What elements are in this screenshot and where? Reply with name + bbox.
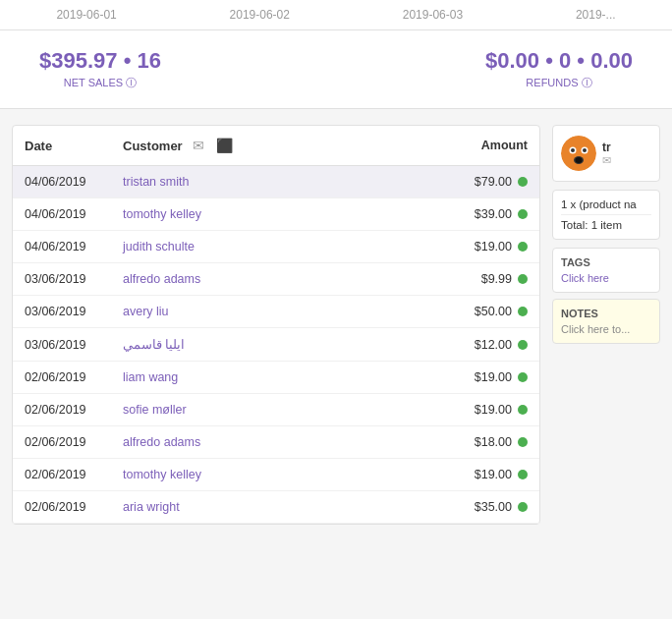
table-row[interactable]: 04/06/2019 tomothy kelley $39.00: [13, 198, 539, 231]
refunds-amount: $0.00 • 0 • 0.00: [485, 48, 633, 74]
row-customer-name: ايليا قاسمي: [123, 337, 433, 352]
date-label-4: 2019-...: [576, 8, 616, 22]
row-status-dot: [518, 242, 528, 252]
email-filter-icon[interactable]: ✉: [191, 136, 206, 155]
net-sales-amount: $395.97 • 16: [39, 48, 161, 74]
row-date: 04/06/2019: [25, 175, 123, 189]
row-date: 02/06/2019: [25, 403, 123, 417]
email-icon: ✉: [602, 154, 611, 167]
row-customer-name: alfredo adams: [123, 435, 433, 449]
summary-row: $395.97 • 16 NET SALES ⓘ $0.00 • 0 • 0.0…: [0, 30, 672, 109]
svg-point-0: [561, 136, 596, 171]
row-date: 03/06/2019: [25, 305, 123, 318]
row-status-dot: [518, 372, 528, 382]
date-label-2: 2019-06-02: [230, 8, 290, 22]
order-total: Total: 1 item: [561, 214, 651, 231]
table-row[interactable]: 04/06/2019 tristan smith $79.00: [13, 166, 539, 198]
row-amount: $19.00: [433, 370, 512, 384]
row-customer-name: tristan smith: [123, 175, 433, 189]
row-status-dot: [518, 209, 528, 219]
row-customer-name: sofie møller: [123, 403, 433, 417]
row-customer-name: alfredo adams: [123, 272, 433, 286]
col-header-customer: Customer ✉ ⬛: [123, 136, 370, 155]
notes-click[interactable]: Click here to...: [561, 323, 651, 335]
row-amount: $9.99: [433, 272, 512, 286]
order-info: 1 x (product na Total: 1 item: [552, 190, 660, 240]
col-header-date: Date: [25, 139, 123, 153]
row-status-dot: [518, 274, 528, 284]
table-row[interactable]: 03/06/2019 avery liu $50.00: [13, 296, 539, 328]
row-customer-name: tomothy kelley: [123, 207, 433, 221]
row-customer-name: aria wright: [123, 500, 433, 514]
row-date: 02/06/2019: [25, 435, 123, 449]
table-row[interactable]: 02/06/2019 tomothy kelley $19.00: [13, 459, 539, 491]
table-row[interactable]: 04/06/2019 judith schulte $19.00: [13, 231, 539, 263]
tags-title: TAGS: [561, 256, 651, 268]
table-row[interactable]: 03/06/2019 alfredo adams $9.99: [13, 263, 539, 296]
row-amount: $39.00: [433, 207, 512, 221]
tags-click[interactable]: Click here: [561, 272, 651, 284]
row-amount: $79.00: [433, 175, 512, 189]
customer-name: tr: [602, 141, 611, 154]
table-row[interactable]: 02/06/2019 aria wright $35.00: [13, 491, 539, 524]
row-status-dot: [518, 502, 528, 512]
net-sales-summary: $395.97 • 16 NET SALES ⓘ: [39, 48, 161, 90]
refunds-summary: $0.00 • 0 • 0.00 REFUNDS ⓘ: [485, 48, 633, 90]
table-header: Date Customer ✉ ⬛ Amount: [13, 126, 539, 166]
row-date: 02/06/2019: [25, 500, 123, 514]
refunds-label: REFUNDS ⓘ: [526, 76, 591, 90]
order-product: 1 x (product na: [561, 198, 651, 210]
row-date: 03/06/2019: [25, 338, 123, 352]
net-sales-label: NET SALES ⓘ: [64, 76, 137, 90]
row-customer-name: tomothy kelley: [123, 468, 433, 481]
row-amount: $50.00: [433, 305, 512, 318]
table-row[interactable]: 02/06/2019 alfredo adams $18.00: [13, 426, 539, 459]
row-date: 03/06/2019: [25, 272, 123, 286]
avatar: [561, 136, 596, 171]
export-icon[interactable]: ⬛: [214, 136, 235, 155]
row-customer-name: avery liu: [123, 305, 433, 318]
svg-point-4: [583, 148, 587, 152]
row-status-dot: [518, 307, 528, 316]
table-body: 04/06/2019 tristan smith $79.00 04/06/20…: [13, 166, 539, 524]
row-amount: $35.00: [433, 500, 512, 514]
table-row[interactable]: 02/06/2019 sofie møller $19.00: [13, 394, 539, 426]
row-amount: $18.00: [433, 435, 512, 449]
main-content: Date Customer ✉ ⬛ Amount 04/06/2019 tris…: [0, 125, 672, 525]
row-date: 02/06/2019: [25, 468, 123, 481]
row-amount: $12.00: [433, 338, 512, 352]
orders-table-panel: Date Customer ✉ ⬛ Amount 04/06/2019 tris…: [12, 125, 540, 525]
customer-info: tr ✉: [602, 141, 611, 167]
svg-point-6: [576, 157, 583, 163]
row-amount: $19.00: [433, 403, 512, 417]
row-customer-name: liam wang: [123, 370, 433, 384]
date-bar: 2019-06-01 2019-06-02 2019-06-03 2019-..…: [0, 0, 672, 30]
row-status-dot: [518, 405, 528, 415]
date-label-3: 2019-06-03: [403, 8, 463, 22]
row-amount: $19.00: [433, 468, 512, 481]
row-date: 02/06/2019: [25, 370, 123, 384]
table-row[interactable]: 03/06/2019 ايليا قاسمي $12.00: [13, 328, 539, 362]
row-status-dot: [518, 470, 528, 479]
row-customer-name: judith schulte: [123, 240, 433, 253]
table-row[interactable]: 02/06/2019 liam wang $19.00: [13, 362, 539, 394]
tags-section: TAGS Click here: [552, 248, 660, 293]
svg-point-3: [571, 148, 575, 152]
col-header-amount: Amount: [449, 139, 528, 152]
row-status-dot: [518, 177, 528, 187]
row-date: 04/06/2019: [25, 207, 123, 221]
date-label-1: 2019-06-01: [56, 8, 116, 22]
customer-card[interactable]: tr ✉: [552, 125, 660, 182]
notes-title: NOTES: [561, 308, 651, 319]
row-status-dot: [518, 340, 528, 350]
row-date: 04/06/2019: [25, 240, 123, 253]
notes-section: NOTES Click here to...: [552, 299, 660, 344]
row-status-dot: [518, 437, 528, 447]
right-panel: tr ✉ 1 x (product na Total: 1 item TAGS …: [552, 125, 660, 525]
row-amount: $19.00: [433, 240, 512, 253]
